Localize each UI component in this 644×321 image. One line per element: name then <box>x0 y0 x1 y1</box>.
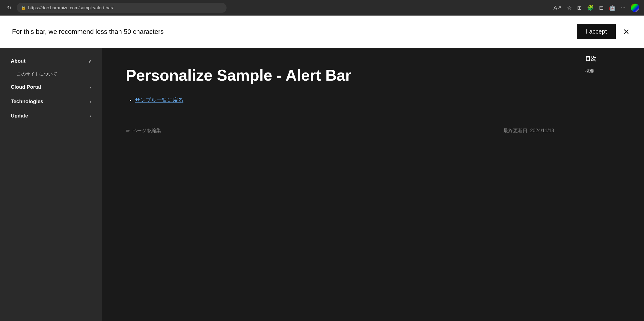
update-chevron-icon: › <box>90 114 91 118</box>
sidebar: About ∨ このサイトについて Cloud Portal › Technol… <box>0 48 102 321</box>
accept-button[interactable]: I accept <box>577 24 616 39</box>
edit-page-link[interactable]: ✏ ページを編集 <box>126 128 161 134</box>
refresh-button[interactable]: ↻ <box>5 4 13 12</box>
sidebar-item-technologies[interactable]: Technologies › <box>0 94 102 109</box>
sidebar-item-about-label: About <box>11 58 25 64</box>
browser-chrome: ↻ 🔒 https://doc.haramizu.com/sample/aler… <box>0 0 644 16</box>
address-bar[interactable]: 🔒 https://doc.haramizu.com/sample/alert-… <box>17 3 227 13</box>
sidebar-subitem-about-site[interactable]: このサイトについて <box>0 68 102 80</box>
last-updated-text: 最終更新日: 2024/11/13 <box>503 128 554 134</box>
alert-bar-text: For this bar, we recommend less than 50 … <box>12 28 164 36</box>
page-footer: ✏ ページを編集 最終更新日: 2024/11/13 <box>126 122 554 134</box>
profile-avatar[interactable] <box>631 4 639 12</box>
split-screen-icon[interactable]: ⊟ <box>599 4 604 11</box>
url-text: https://doc.haramizu.com/sample/alert-ba… <box>28 5 113 10</box>
list-item: サンプル一覧に戻る <box>135 97 554 104</box>
main-layout: About ∨ このサイトについて Cloud Portal › Technol… <box>0 48 644 321</box>
cloud-portal-chevron-icon: › <box>90 85 91 90</box>
technologies-chevron-icon: › <box>90 99 91 104</box>
sidebar-item-cloud-portal-label: Cloud Portal <box>11 84 41 90</box>
more-icon[interactable]: ··· <box>621 4 625 11</box>
sidebar-item-update-label: Update <box>11 113 28 119</box>
alert-bar: For this bar, we recommend less than 50 … <box>0 16 644 48</box>
copilot-icon[interactable]: 🤖 <box>609 4 616 11</box>
toc-panel: 目次 概要 <box>578 48 644 321</box>
page-title: Personalize Sample - Alert Bar <box>126 66 554 85</box>
about-chevron-icon: ∨ <box>88 59 91 64</box>
browser-action-bar: A↗ ☆ ⊞ 🧩 ⊟ 🤖 ··· <box>553 4 639 12</box>
alert-bar-actions: I accept ✕ <box>577 24 632 39</box>
main-content: Personalize Sample - Alert Bar サンプル一覧に戻る… <box>102 48 578 321</box>
sidebar-item-technologies-label: Technologies <box>11 99 43 105</box>
alert-close-button[interactable]: ✕ <box>621 25 632 38</box>
extensions-icon[interactable]: 🧩 <box>587 4 594 11</box>
edit-page-label: ページを編集 <box>132 128 161 134</box>
content-list: サンプル一覧に戻る <box>135 97 554 104</box>
toc-title: 目次 <box>585 55 637 62</box>
edit-icon: ✏ <box>126 128 130 134</box>
read-aloud-icon[interactable]: A↗ <box>553 4 562 11</box>
sample-list-link[interactable]: サンプル一覧に戻る <box>135 97 183 103</box>
toc-item-overview[interactable]: 概要 <box>585 67 637 75</box>
browser-extras-icon[interactable]: ⊞ <box>577 4 582 11</box>
favorites-icon[interactable]: ☆ <box>567 4 572 11</box>
sidebar-item-about[interactable]: About ∨ <box>0 54 102 68</box>
sidebar-item-update[interactable]: Update › <box>0 109 102 123</box>
lock-icon: 🔒 <box>21 5 26 10</box>
sidebar-item-cloud-portal[interactable]: Cloud Portal › <box>0 80 102 94</box>
